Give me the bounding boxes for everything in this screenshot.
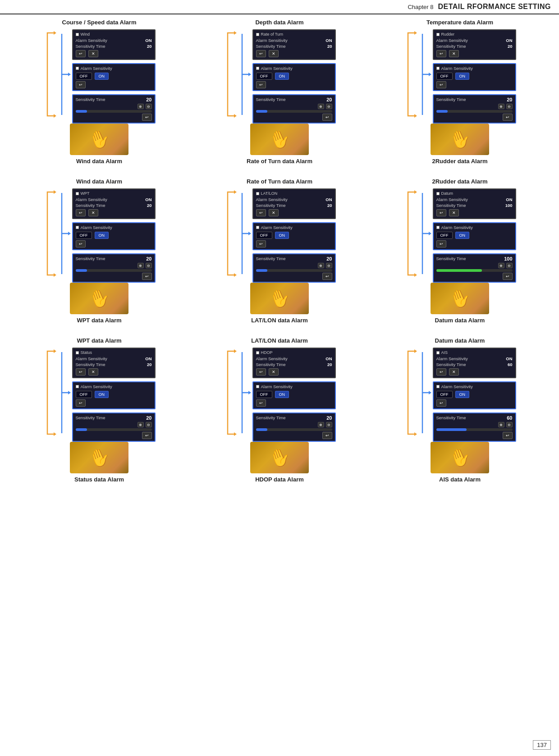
on-btn-course-speed[interactable]: ON [95, 73, 109, 80]
arrow-down-lat-lon[interactable]: ⊖ [326, 422, 332, 427]
alarm-back-btn-rudder[interactable]: ↩ [436, 240, 446, 247]
back-btn-lat-lon[interactable]: ↩ [256, 368, 266, 376]
arrow-up-rudder[interactable]: ⊕ [498, 263, 504, 268]
arrow-up-depth[interactable]: ⊕ [318, 104, 324, 109]
sens-back-btn-wind[interactable]: ↩ [142, 273, 152, 280]
svg-marker-32 [414, 349, 417, 353]
on-btn-wpt[interactable]: ON [95, 391, 109, 398]
section-label-wpt: Status data Alarm [74, 476, 124, 483]
on-btn-rudder[interactable]: ON [455, 232, 470, 239]
arrow-up-rate-of-turn[interactable]: ⊕ [318, 263, 324, 268]
arrow-down-depth[interactable]: ⊖ [326, 104, 332, 109]
arrow-down-rate-of-turn[interactable]: ⊖ [326, 263, 332, 268]
alarm-card-sq-rate-of-turn [256, 226, 259, 229]
sens-back-btn-lat-lon[interactable]: ↩ [322, 432, 332, 439]
blue-bracket-datum [418, 348, 433, 438]
alarm-back-btn-wind[interactable]: ↩ [76, 240, 86, 247]
sens-back-btn-depth[interactable]: ↩ [322, 114, 332, 121]
alarm-back-btn-datum[interactable]: ↩ [436, 399, 446, 407]
sens-back-btn-wpt[interactable]: ↩ [142, 432, 152, 439]
sens-time-label-rate-of-turn: Sensitivity Time [256, 203, 286, 208]
sens-back-btn-course-speed[interactable]: ↩ [142, 114, 152, 121]
off-btn-rate-of-turn[interactable]: OFF [256, 232, 272, 239]
orange-bracket-lat-lon [224, 348, 238, 438]
hand-image-temperature [431, 124, 489, 155]
arrow-down-datum[interactable]: ⊖ [506, 422, 513, 427]
back-btn-rudder[interactable]: ↩ [436, 209, 446, 216]
off-btn-temperature[interactable]: OFF [436, 73, 453, 80]
back-btn-rate-of-turn[interactable]: ↩ [256, 209, 266, 216]
sens-back-btn-temperature[interactable]: ↩ [503, 114, 513, 121]
arrow-down-temperature[interactable]: ⊖ [506, 104, 513, 109]
alarm-back-btn-depth[interactable]: ↩ [256, 81, 266, 88]
alarm-back-btn-lat-lon[interactable]: ↩ [256, 399, 266, 407]
on-btn-depth[interactable]: ON [275, 73, 289, 80]
arrow-down-wpt[interactable]: ⊖ [146, 422, 152, 427]
on-btn-rate-of-turn[interactable]: ON [275, 232, 289, 239]
close-btn-wind[interactable]: ✕ [88, 209, 98, 216]
sens-time-val-rate-of-turn: 20 [327, 203, 332, 208]
close-btn-rate-of-turn[interactable]: ✕ [269, 209, 279, 216]
on-btn-wind[interactable]: ON [95, 232, 109, 239]
back-btn-depth[interactable]: ↩ [256, 50, 266, 57]
back-btn-temperature[interactable]: ↩ [436, 50, 446, 57]
close-btn-lat-lon[interactable]: ✕ [269, 368, 279, 376]
off-btn-wpt[interactable]: OFF [76, 391, 92, 398]
alarm-back-btn-wpt[interactable]: ↩ [76, 399, 86, 407]
arrow-up-course-speed[interactable]: ⊕ [137, 104, 144, 109]
sens-time-val-wpt: 20 [147, 362, 152, 367]
off-btn-datum[interactable]: OFF [436, 391, 453, 398]
page-number: 137 [537, 742, 547, 748]
arrow-down-course-speed[interactable]: ⊖ [146, 104, 152, 109]
close-btn-temperature[interactable]: ✕ [449, 50, 459, 57]
on-btn-datum[interactable]: ON [455, 391, 470, 398]
alarm-card-sq-wpt [76, 385, 79, 388]
arrow-up-wind[interactable]: ⊕ [137, 263, 144, 268]
back-btn-wind[interactable]: ↩ [76, 209, 86, 216]
sens-time-num-course-speed: 20 [146, 97, 151, 102]
alarm-back-btn-course-speed[interactable]: ↩ [76, 81, 86, 88]
alarm-back-btn-rate-of-turn[interactable]: ↩ [256, 240, 266, 247]
sens-time-label-wind: Sensitivity Time [76, 203, 105, 208]
arrow-down-rudder[interactable]: ⊖ [506, 263, 513, 268]
bracket-container-datum: AIS Alarm Sensitivity ON Sensitivity Tim… [404, 348, 516, 442]
alarm-card-title-rudder: Alarm Sensitivity [441, 225, 473, 230]
alarm-sensitivity-row-wpt: Alarm Sensitivity ON [76, 356, 152, 361]
back-btn-datum[interactable]: ↩ [436, 368, 446, 376]
arrow-up-datum[interactable]: ⊕ [498, 422, 504, 427]
sens-back-row-rate-of-turn: ↩ [256, 273, 332, 280]
close-btn-wpt[interactable]: ✕ [88, 368, 98, 376]
close-btn-depth[interactable]: ✕ [269, 50, 279, 57]
on-btn-lat-lon[interactable]: ON [275, 391, 289, 398]
off-btn-rudder[interactable]: OFF [436, 232, 453, 239]
on-btn-temperature[interactable]: ON [455, 73, 470, 80]
back-btn-wpt[interactable]: ↩ [76, 368, 86, 376]
alarm-section-temperature: Temperature data Alarm Rudder Alarm Sens… [370, 19, 550, 165]
close-btn-rudder[interactable]: ✕ [449, 209, 459, 216]
svg-marker-27 [68, 391, 71, 394]
off-btn-lat-lon[interactable]: OFF [256, 391, 272, 398]
off-on-row-datum: OFF ON [436, 391, 513, 398]
sens-time-label-lat-lon: Sensitivity Time [256, 362, 286, 367]
off-btn-wind[interactable]: OFF [76, 232, 92, 239]
arrow-up-temperature[interactable]: ⊕ [498, 104, 504, 109]
sens-back-btn-rate-of-turn[interactable]: ↩ [322, 273, 332, 280]
arrows-row-lat-lon: ⊕ ⊖ [256, 422, 332, 427]
sens-back-btn-datum[interactable]: ↩ [503, 432, 513, 439]
close-btn-course-speed[interactable]: ✕ [88, 50, 98, 57]
off-btn-depth[interactable]: OFF [256, 73, 272, 80]
card-btn-row-lat-lon: ↩ ✕ [256, 368, 332, 376]
back-btn-course-speed[interactable]: ↩ [76, 50, 86, 57]
alarm-card-sq-depth [256, 67, 259, 70]
alarm-section-rate-of-turn: Rate of Turn data Alarm LAT/LON Alarm Se… [189, 178, 370, 324]
alarm-sens-label-course-speed: Alarm Sensitivity [76, 38, 107, 43]
close-btn-datum[interactable]: ✕ [449, 368, 459, 376]
slider-bar-temperature [436, 110, 513, 113]
alarm-back-btn-temperature[interactable]: ↩ [436, 81, 446, 88]
sens-back-btn-rudder[interactable]: ↩ [503, 273, 513, 280]
off-btn-course-speed[interactable]: OFF [76, 73, 92, 80]
device-label-wind: WPT [81, 191, 90, 196]
arrow-up-lat-lon[interactable]: ⊕ [318, 422, 324, 427]
arrow-down-wind[interactable]: ⊖ [146, 263, 152, 268]
arrow-up-wpt[interactable]: ⊕ [137, 422, 144, 427]
